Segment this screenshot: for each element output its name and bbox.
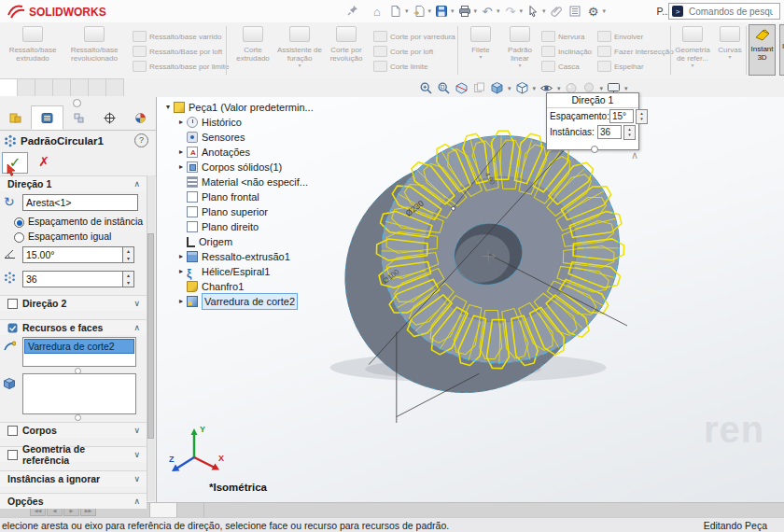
ribbon-command-small[interactable]: Corte por varredura <box>373 29 455 44</box>
dropdown-caret-icon[interactable]: ▾ <box>542 7 546 15</box>
section-features-faces[interactable]: Recursos e faces∧ <box>0 319 147 335</box>
ribbon-command[interactable]: Assistente de furação▾ <box>276 26 323 68</box>
bodies-checkbox[interactable] <box>7 426 18 436</box>
list-resize-handle[interactable] <box>75 414 81 421</box>
instant3d-button[interactable]: Instant 3D <box>749 24 776 76</box>
direction-reference-field[interactable]: Aresta<1> <box>22 194 138 211</box>
help-icon[interactable]: ? <box>134 133 148 147</box>
print-icon[interactable] <box>456 3 473 20</box>
dropdown-caret-icon[interactable]: ▾ <box>520 7 524 15</box>
cancel-button[interactable]: ✗ <box>32 152 56 172</box>
undo-icon[interactable]: ↶ <box>479 3 496 20</box>
feature-tree-item[interactable]: Plano direito <box>162 219 314 234</box>
featuremanager-tab[interactable] <box>0 105 31 130</box>
ribbon-tab[interactable] <box>0 78 18 96</box>
expand-caret-icon[interactable]: ▸ <box>175 294 187 309</box>
section-direction2[interactable]: Direção 2∨ <box>0 295 147 311</box>
dropdown-caret-icon[interactable]: ▾ <box>533 85 537 92</box>
scrollbar-thumb[interactable] <box>147 233 154 439</box>
appearances-tab[interactable] <box>125 105 156 130</box>
ribbon-tab[interactable] <box>89 78 106 96</box>
configurationmanager-tab[interactable] <box>63 105 94 130</box>
feature-tree-item[interactable]: ▾ Peça1 (Valor predetermin... <box>162 100 314 115</box>
callout-value-field[interactable]: 36 <box>597 125 622 139</box>
ribbon-command[interactable]: Curvas▾ <box>711 26 749 68</box>
ribbon-command-small[interactable]: Envolver <box>597 29 674 44</box>
feature-tree-item[interactable]: Origem <box>162 234 314 249</box>
expand-caret-icon[interactable]: ▸ <box>175 115 187 130</box>
dropdown-caret-icon[interactable]: ▾ <box>405 7 409 15</box>
expand-caret-icon[interactable]: ▾ <box>162 100 174 115</box>
expand-caret-icon[interactable]: ▸ <box>175 145 187 160</box>
reverse-direction-icon[interactable]: ↻ <box>4 194 15 209</box>
feature-tree-item[interactable]: ▸ Hélice/Espiral1 <box>162 264 314 279</box>
zoom-area-icon[interactable] <box>436 81 452 96</box>
ribbon-tab[interactable] <box>106 78 124 96</box>
ribbon-command-small[interactable]: Casca <box>541 59 592 74</box>
dropdown-caret-icon[interactable]: ▾ <box>600 85 604 92</box>
callout-spinner[interactable]: ▴▾ <box>623 125 636 140</box>
ribbon-command-small[interactable]: Fazer intersecção <box>597 44 674 59</box>
dimxpert-tab[interactable] <box>94 105 125 130</box>
ribbon-command-small[interactable]: Ressalto/base varrido <box>133 29 229 44</box>
features-selection-list[interactable]: Varredura de corte2 <box>22 337 136 367</box>
callout-spinner[interactable]: ▴▾ <box>636 109 648 124</box>
instance-count-spinner[interactable]: ▴▾ <box>122 271 134 287</box>
display-style-icon[interactable] <box>514 81 530 96</box>
collapse-icon[interactable]: ∧ <box>133 323 140 332</box>
ribbon-command-small[interactable]: Ressalto/Base por loft <box>133 44 229 59</box>
section-direction1[interactable]: Direção 1∧ <box>0 175 147 191</box>
redo-icon[interactable]: ↷ <box>502 3 519 20</box>
expand-caret-icon[interactable]: ▸ <box>175 249 187 264</box>
expand-caret-icon[interactable]: ▸ <box>175 160 187 175</box>
attachment-icon[interactable] <box>548 3 565 20</box>
dropdown-caret-icon[interactable]: ▾ <box>497 7 500 15</box>
search-input[interactable] <box>687 6 775 18</box>
pin-icon[interactable] <box>347 5 358 18</box>
ribbon-tab[interactable] <box>35 78 53 96</box>
collapse-chevron-icon[interactable]: ∧ <box>631 149 638 161</box>
ribbon-command[interactable]: Ressalto/base extrudado <box>2 26 63 63</box>
dropdown-caret-icon[interactable]: ▾ <box>603 7 607 15</box>
dropdown-caret-icon[interactable]: ▾ <box>508 85 511 92</box>
select-icon[interactable] <box>525 3 541 20</box>
callout-handle[interactable] <box>591 146 598 153</box>
ribbon-command[interactable]: Ressalto/base revolucionado <box>63 26 125 63</box>
feature-tree-item[interactable]: ▸ Histórico <box>162 115 314 130</box>
document-tab[interactable] <box>177 503 204 518</box>
previous-view-icon[interactable] <box>471 81 487 96</box>
ribbon-command-small[interactable]: Nervura <box>541 29 592 44</box>
collapse-icon[interactable]: ∧ <box>133 179 140 189</box>
direction2-checkbox[interactable] <box>7 299 18 309</box>
view-orientation-icon[interactable] <box>489 81 505 96</box>
section-bodies[interactable]: Corpos∨ <box>0 422 147 438</box>
panel-scrollbar[interactable] <box>147 175 155 501</box>
feature-tree-item[interactable]: Plano superior <box>162 204 314 219</box>
ribbon-tab[interactable] <box>53 78 71 96</box>
instance-count-field[interactable]: 36 <box>22 271 125 287</box>
feature-tree-item[interactable]: Chanfro1 <box>162 279 314 294</box>
feature-tree-item[interactable]: Plano frontal <box>162 189 314 204</box>
feature-tree-item[interactable]: ▸ Anotações <box>162 145 314 160</box>
feature-tree-item[interactable]: Sensores <box>162 130 314 145</box>
propertymanager-tab[interactable] <box>31 105 63 130</box>
collapse-icon[interactable]: ∧ <box>133 497 140 506</box>
ribbon-command[interactable]: Padrão linear▾ <box>500 26 539 68</box>
feature-tree-item[interactable]: ▸ Corpos sólidos(1) <box>162 160 314 175</box>
ribbon-tab[interactable] <box>18 78 35 96</box>
save-icon[interactable] <box>433 3 450 20</box>
viewport-canvas[interactable]: Ø230 Ø100 4.00 ▾ Peça1 (Valor predetermi… <box>157 97 784 502</box>
spacing-angle-field[interactable]: 15.00° <box>22 246 125 263</box>
section-options[interactable]: Opções∧ <box>0 493 147 509</box>
open-icon[interactable] <box>411 3 427 20</box>
new-document-icon[interactable] <box>387 3 404 20</box>
document-tab[interactable] <box>149 503 177 518</box>
spacing-angle-spinner[interactable]: ▴▾ <box>122 246 134 263</box>
task-list-icon[interactable] <box>567 3 583 20</box>
ribbon-command[interactable]: Corte extrudado <box>230 26 276 68</box>
expand-icon[interactable]: ∨ <box>133 426 140 435</box>
section-skip-instances[interactable]: Instâncias a ignorar∨ <box>0 470 147 486</box>
home-icon[interactable]: ⌂ <box>369 3 385 20</box>
dropdown-caret-icon[interactable]: ▾ <box>624 85 628 92</box>
expand-caret-icon[interactable]: ▸ <box>175 264 187 279</box>
